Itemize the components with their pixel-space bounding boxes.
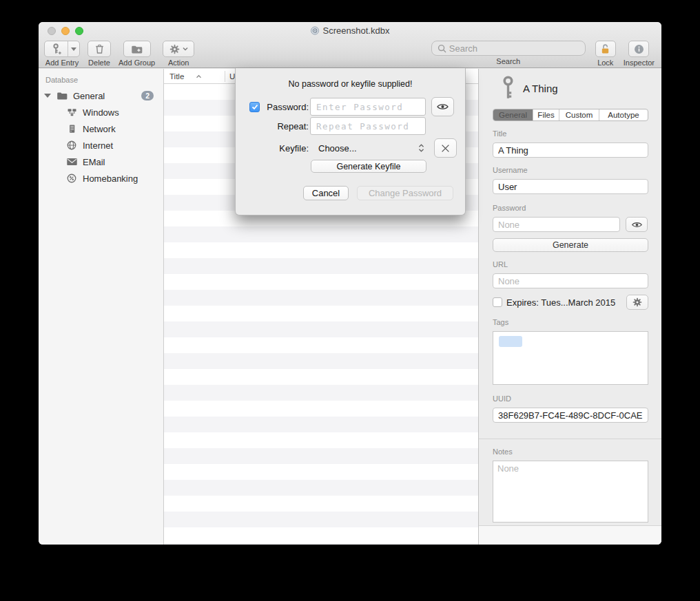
entry-count-badge: 2 — [141, 91, 154, 101]
sidebar-item-internet[interactable]: Internet — [39, 137, 163, 154]
search-field[interactable] — [431, 41, 586, 56]
cancel-button[interactable]: Cancel — [303, 186, 349, 200]
column-header-title[interactable]: Title — [164, 72, 225, 81]
reveal-password-button[interactable] — [431, 97, 454, 116]
title-field[interactable] — [493, 143, 648, 158]
generate-password-button[interactable]: Generate — [493, 238, 648, 252]
url-label: URL — [493, 260, 648, 268]
padlock-open-icon — [599, 43, 611, 55]
action-label: Action — [168, 59, 189, 67]
app-window: Screenshot.kdbx — [39, 22, 661, 545]
eye-icon — [436, 103, 449, 111]
divider — [479, 439, 661, 439]
sidebar-item-email[interactable]: EMail — [39, 154, 163, 170]
group-label: General — [73, 91, 105, 101]
document-icon — [311, 26, 320, 35]
add-entry-button[interactable] — [44, 41, 80, 57]
tags-label: Tags — [493, 318, 648, 326]
change-password-button[interactable]: Change Password — [357, 186, 453, 200]
sidebar-item-general[interactable]: General 2 — [39, 87, 163, 104]
group-label: EMail — [83, 157, 105, 167]
inspector-panel: A Thing General Files Custom Autotype Ti… — [478, 69, 661, 545]
tag-pill[interactable] — [499, 336, 522, 347]
title-label: Title — [493, 129, 648, 138]
tab-autotype[interactable]: Autotype — [599, 109, 648, 120]
entry-header: A Thing — [493, 75, 648, 101]
repeat-label: Repeat: — [236, 121, 309, 131]
add-entry-dropdown[interactable] — [68, 41, 79, 56]
expires-label: Expires: Tues...March 2015 — [506, 297, 615, 308]
keyfile-label: Keyfile: — [236, 143, 309, 154]
password-input[interactable] — [310, 98, 426, 116]
password-field[interactable] — [493, 217, 620, 232]
uuid-field[interactable] — [493, 408, 648, 423]
add-group-button[interactable] — [123, 41, 151, 57]
search-item: Search — [431, 41, 586, 65]
x-icon — [441, 144, 450, 153]
minimize-button[interactable] — [61, 27, 70, 35]
expires-row: Expires: Tues...March 2015 — [493, 295, 648, 310]
zoom-button[interactable] — [75, 27, 83, 35]
password-label: Password — [493, 204, 648, 212]
workstations-icon — [65, 107, 78, 118]
checkmark-icon — [251, 104, 258, 110]
sidebar-item-network[interactable]: Network — [39, 120, 163, 137]
notes-field[interactable] — [493, 461, 648, 523]
info-icon — [633, 43, 645, 55]
desktop: Screenshot.kdbx — [0, 0, 700, 601]
inspector-label: Inspector — [624, 59, 655, 67]
repeat-input[interactable] — [310, 117, 426, 135]
expires-settings-button[interactable] — [626, 295, 648, 310]
envelope-icon — [65, 157, 78, 167]
gear-icon — [169, 44, 180, 54]
tab-general[interactable]: General — [493, 109, 533, 120]
percent-circle-icon — [65, 173, 78, 184]
inspector-item: Inspector — [624, 41, 655, 67]
password-row: Password: — [236, 97, 465, 116]
inspector-tabs: General Files Custom Autotype — [493, 109, 648, 121]
group-label: Homebanking — [83, 173, 138, 184]
username-field[interactable] — [493, 179, 648, 194]
window-title: Screenshot.kdbx — [323, 25, 390, 36]
sidebar-item-homebanking[interactable]: Homebanking — [39, 170, 163, 187]
eye-icon — [631, 221, 643, 229]
change-password-sheet: No password or keyfile supplied! Passwor… — [235, 68, 466, 215]
tags-box[interactable] — [493, 331, 648, 385]
key-icon — [501, 76, 515, 101]
delete-button[interactable] — [88, 41, 111, 57]
lock-button[interactable] — [595, 41, 616, 57]
password-label: Password: — [236, 102, 309, 112]
sidebar: Database General 2 — [39, 69, 164, 545]
server-icon — [65, 123, 78, 134]
traffic-lights — [48, 27, 83, 35]
expires-checkbox[interactable] — [493, 297, 502, 307]
repeat-row: Repeat: — [236, 116, 465, 136]
inspector-footer — [479, 525, 661, 545]
disclosure-triangle-icon[interactable] — [44, 94, 51, 98]
tab-files[interactable]: Files — [533, 109, 559, 120]
keyfile-select[interactable]: Choose... — [310, 139, 429, 157]
generate-keyfile-button[interactable]: Generate Keyfile — [311, 160, 426, 173]
reveal-password-button[interactable] — [626, 217, 648, 232]
entry-title: A Thing — [523, 83, 558, 94]
delete-label: Delete — [88, 59, 110, 67]
lock-item: Lock — [595, 41, 616, 67]
password-checkbox[interactable] — [249, 102, 260, 112]
stepper-chevrons-icon — [418, 143, 424, 153]
group-label: Internet — [83, 140, 113, 151]
url-field[interactable] — [493, 273, 648, 288]
search-input[interactable] — [449, 43, 579, 54]
add-group-item: Add Group — [119, 41, 155, 67]
clear-keyfile-button[interactable] — [434, 138, 457, 158]
lock-label: Lock — [597, 59, 613, 67]
key-plus-icon — [45, 41, 68, 56]
inspector-button[interactable] — [628, 41, 649, 57]
tab-custom[interactable]: Custom — [559, 109, 599, 120]
group-label: Windows — [83, 107, 119, 118]
keyfile-row: Keyfile: Choose... — [236, 138, 465, 158]
action-button[interactable] — [163, 41, 194, 57]
chevron-down-icon — [71, 48, 76, 51]
close-button[interactable] — [48, 27, 56, 35]
sidebar-item-windows[interactable]: Windows — [39, 104, 163, 120]
toolbar-right: Search Lock — [431, 41, 655, 67]
